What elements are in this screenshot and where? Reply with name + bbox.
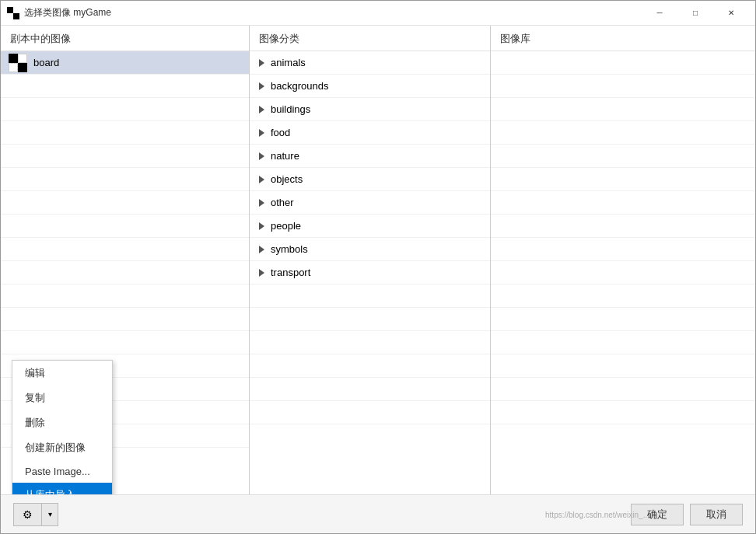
empty-row bbox=[1, 98, 249, 121]
expand-icon bbox=[259, 82, 264, 90]
empty-row bbox=[491, 168, 755, 191]
category-label: other bbox=[271, 197, 294, 208]
svg-rect-2 bbox=[13, 7, 19, 13]
svg-rect-0 bbox=[7, 7, 13, 13]
empty-row bbox=[491, 215, 755, 238]
close-button[interactable]: ✕ bbox=[713, 1, 749, 26]
empty-row bbox=[491, 308, 755, 331]
middle-panel: 图像分类 animals backgrounds buildings bbox=[250, 26, 491, 494]
empty-row bbox=[1, 121, 249, 145]
category-label: nature bbox=[271, 150, 299, 162]
empty-row bbox=[250, 331, 490, 354]
expand-icon bbox=[259, 222, 264, 230]
empty-row bbox=[491, 191, 755, 215]
window-controls: ─ □ ✕ bbox=[642, 1, 749, 26]
expand-icon bbox=[259, 152, 264, 160]
empty-row bbox=[250, 401, 490, 424]
right-panel: 图像库 bbox=[491, 26, 755, 494]
empty-row bbox=[491, 354, 755, 378]
chevron-down-icon: ▾ bbox=[48, 510, 52, 518]
expand-icon bbox=[259, 59, 264, 67]
category-other[interactable]: other bbox=[250, 191, 490, 215]
watermark-text: https://blog.csdn.net/weixin_... bbox=[545, 511, 649, 519]
empty-row bbox=[491, 401, 755, 424]
window-title: 选择类图像 myGame bbox=[24, 6, 642, 19]
empty-row bbox=[1, 238, 249, 261]
expand-icon bbox=[259, 176, 264, 183]
category-animals[interactable]: animals bbox=[250, 51, 490, 75]
empty-row bbox=[1, 308, 249, 331]
svg-rect-1 bbox=[13, 13, 19, 19]
empty-row bbox=[1, 261, 249, 284]
empty-row bbox=[491, 98, 755, 121]
empty-row bbox=[250, 284, 490, 308]
context-menu-item-delete[interactable]: 删除 bbox=[12, 410, 112, 435]
empty-row bbox=[250, 354, 490, 378]
bottom-toolbar: ⚙ ▾ https://blog.csdn.net/weixin_... 确定 … bbox=[1, 494, 755, 533]
category-label: symbols bbox=[271, 243, 308, 255]
category-label: buildings bbox=[271, 103, 310, 115]
category-label: transport bbox=[271, 267, 310, 278]
category-people[interactable]: people bbox=[250, 215, 490, 238]
left-toolbar: ⚙ ▾ bbox=[13, 503, 58, 526]
expand-icon bbox=[259, 246, 264, 253]
maximize-button[interactable]: □ bbox=[677, 1, 713, 26]
expand-icon bbox=[259, 199, 264, 207]
context-menu-item-create[interactable]: 创建新的图像 bbox=[12, 435, 112, 460]
category-label: objects bbox=[271, 173, 303, 185]
empty-row bbox=[491, 284, 755, 308]
category-label: people bbox=[271, 220, 301, 232]
expand-icon bbox=[259, 269, 264, 277]
dropdown-button[interactable]: ▾ bbox=[41, 503, 58, 526]
empty-row bbox=[1, 75, 249, 98]
empty-row bbox=[1, 215, 249, 238]
context-menu-item-import[interactable]: 从库中导入 bbox=[12, 483, 112, 494]
category-backgrounds[interactable]: backgrounds bbox=[250, 75, 490, 98]
empty-row bbox=[250, 378, 490, 401]
expand-icon bbox=[259, 129, 264, 137]
category-nature[interactable]: nature bbox=[250, 145, 490, 168]
empty-row bbox=[1, 191, 249, 215]
context-menu: 编辑 复制 删除 创建新的图像 Paste Image... 从库中导入 bbox=[12, 360, 113, 494]
board-thumbnail bbox=[9, 54, 27, 72]
cancel-button[interactable]: 取消 bbox=[690, 504, 743, 525]
empty-row bbox=[491, 331, 755, 354]
category-buildings[interactable]: buildings bbox=[250, 98, 490, 121]
empty-row bbox=[491, 145, 755, 168]
empty-row bbox=[491, 238, 755, 261]
category-transport[interactable]: transport bbox=[250, 261, 490, 284]
expand-icon bbox=[259, 106, 264, 113]
category-list: animals backgrounds buildings food bbox=[250, 51, 490, 494]
category-symbols[interactable]: symbols bbox=[250, 238, 490, 261]
category-label: animals bbox=[271, 57, 306, 68]
app-icon bbox=[7, 7, 19, 19]
main-panels: 剧本中的图像 board bbox=[1, 26, 755, 494]
context-menu-item-paste[interactable]: Paste Image... bbox=[12, 460, 112, 483]
empty-row bbox=[1, 145, 249, 168]
empty-row bbox=[491, 51, 755, 75]
category-label: backgrounds bbox=[271, 80, 328, 92]
svg-rect-3 bbox=[7, 13, 13, 19]
content-area: 剧本中的图像 board bbox=[1, 26, 755, 533]
category-objects[interactable]: objects bbox=[250, 168, 490, 191]
empty-row bbox=[491, 261, 755, 284]
empty-row bbox=[1, 284, 249, 308]
minimize-button[interactable]: ─ bbox=[642, 1, 677, 26]
empty-row bbox=[491, 378, 755, 401]
list-item-board[interactable]: board bbox=[1, 51, 249, 75]
context-menu-item-edit[interactable]: 编辑 bbox=[12, 361, 112, 386]
list-item-label: board bbox=[33, 57, 59, 68]
titlebar: 选择类图像 myGame ─ □ ✕ bbox=[1, 1, 755, 26]
empty-row bbox=[1, 168, 249, 191]
context-menu-item-copy[interactable]: 复制 bbox=[12, 386, 112, 410]
empty-row bbox=[250, 308, 490, 331]
right-panel-header: 图像库 bbox=[491, 26, 755, 51]
empty-row bbox=[491, 121, 755, 145]
category-label: food bbox=[271, 127, 290, 138]
left-panel-header: 剧本中的图像 bbox=[1, 26, 249, 51]
middle-panel-header: 图像分类 bbox=[250, 26, 490, 51]
gear-icon: ⚙ bbox=[23, 508, 33, 521]
gear-button[interactable]: ⚙ bbox=[13, 503, 41, 526]
category-food[interactable]: food bbox=[250, 121, 490, 145]
empty-row bbox=[491, 75, 755, 98]
